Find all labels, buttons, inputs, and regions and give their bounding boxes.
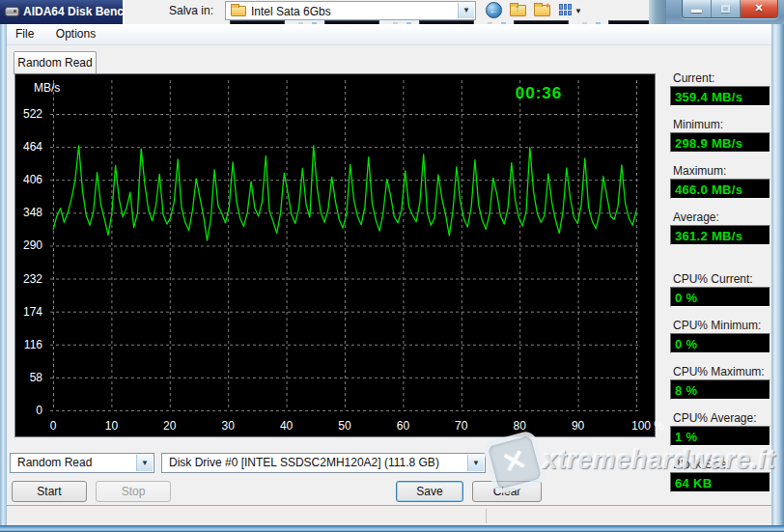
menu-item-options[interactable]: Options xyxy=(47,24,104,43)
status-bar xyxy=(7,505,771,525)
chevron-down-icon[interactable]: ▼ xyxy=(136,455,153,471)
y-tick-label: 116 xyxy=(17,338,42,351)
y-tick-label: 522 xyxy=(17,107,42,121)
close-button[interactable]: ✕ xyxy=(741,0,777,17)
maximize-icon xyxy=(721,5,730,13)
x-tick-label: 20 xyxy=(146,419,194,433)
stop-button[interactable]: Stop xyxy=(96,481,171,502)
minimize-button[interactable] xyxy=(683,0,712,17)
y-tick-label: 348 xyxy=(17,206,42,219)
minimize-icon xyxy=(691,10,702,13)
stat-label: Average: xyxy=(673,210,719,224)
location-value: Intel Sata 6Gbs xyxy=(251,3,331,20)
stat-label: CPU% Current: xyxy=(673,272,753,286)
view-menu-icon[interactable] xyxy=(559,4,572,15)
x-tick-label: 70 xyxy=(437,419,486,433)
stat-value: 0 % xyxy=(670,333,770,353)
stat-label: Maximum: xyxy=(673,164,726,178)
y-tick-label: 406 xyxy=(17,173,42,186)
maximize-button[interactable] xyxy=(712,0,741,17)
x-tick-label: 30 xyxy=(204,419,252,433)
test-type-value: Random Read xyxy=(17,456,92,469)
stat-value: 466.0 MB/s xyxy=(670,179,770,199)
window-title: AIDA64 Disk Bench xyxy=(23,5,123,18)
folder-icon xyxy=(231,6,246,16)
window-controls: ✕ xyxy=(682,0,778,18)
clear-button[interactable]: Clear xyxy=(472,481,542,502)
y-tick-label: 464 xyxy=(17,140,42,154)
x-tick-label: 0 xyxy=(29,419,77,433)
window-edge xyxy=(649,0,666,24)
y-axis-unit-label: MB/s xyxy=(34,81,60,95)
x-tick-label: 100 % xyxy=(624,419,672,433)
x-tick-label: 90 xyxy=(554,419,602,433)
window-border xyxy=(0,24,7,526)
y-tick-label: 0 xyxy=(17,404,42,417)
drive-value: Disk Drive #0 [INTEL SSDSC2MH120A2] (111… xyxy=(169,456,439,469)
y-tick-label: 58 xyxy=(17,371,42,384)
location-combobox[interactable]: Intel Sata 6Gbs ▼ xyxy=(225,1,476,20)
stat-value: 298.9 MB/s xyxy=(670,132,770,153)
y-tick-label: 174 xyxy=(17,305,42,319)
x-tick-label: 80 xyxy=(495,419,544,433)
elapsed-timer: 00:36 xyxy=(495,84,582,103)
x-tick-label: 50 xyxy=(321,419,369,433)
background-window-titlebar: AIDA64 Disk Bench xyxy=(0,0,123,24)
menu-bar: File Options xyxy=(7,24,771,45)
stat-label: Current: xyxy=(673,71,714,85)
x-tick-label: 10 xyxy=(87,419,135,433)
back-icon[interactable]: ← xyxy=(486,2,502,18)
screen: AIDA64 Disk Bench Salva in: Intel Sata 6… xyxy=(0,0,784,532)
tab-random-read[interactable]: Random Read xyxy=(14,51,97,74)
new-folder-icon[interactable] xyxy=(534,5,550,16)
drive-select[interactable]: Disk Drive #0 [INTEL SSDSC2MH120A2] (111… xyxy=(161,453,486,473)
stat-value: 1 % xyxy=(670,426,770,446)
save-in-label: Salva in: xyxy=(169,4,213,17)
stat-label: CPU% Minimum: xyxy=(673,319,761,332)
benchmark-window: File Options Random Read MB/s 00:36 0581… xyxy=(7,24,771,525)
status-divider xyxy=(486,509,487,523)
chevron-down-icon[interactable]: ▼ xyxy=(467,455,484,471)
aero-titlebar-corner: ✕ xyxy=(666,0,784,24)
stat-value: 64 KB xyxy=(670,472,770,492)
x-tick-label: 40 xyxy=(263,419,311,433)
stat-label: Block Size: xyxy=(673,458,730,471)
y-tick-label: 232 xyxy=(17,272,42,286)
test-type-select[interactable]: Random Read ▼ xyxy=(10,453,154,473)
save-button[interactable]: Save xyxy=(396,481,463,502)
stat-label: CPU% Average: xyxy=(673,411,757,425)
stat-label: Minimum: xyxy=(673,118,723,131)
up-folder-icon[interactable] xyxy=(510,5,526,16)
start-button[interactable]: Start xyxy=(12,481,87,502)
menu-item-file[interactable]: File xyxy=(7,24,42,43)
x-tick-label: 60 xyxy=(378,419,427,433)
chevron-down-icon[interactable]: ▼ xyxy=(574,7,582,15)
chart-plot-area: MB/s 00:36 05811617423229034840646452201… xyxy=(15,74,655,436)
stat-value: 8 % xyxy=(670,379,770,400)
y-tick-label: 290 xyxy=(17,238,42,252)
window-border xyxy=(0,525,784,532)
chevron-down-icon[interactable]: ▼ xyxy=(458,3,474,18)
chart-canvas xyxy=(15,74,655,436)
window-border xyxy=(771,24,784,526)
stat-value: 0 % xyxy=(670,287,770,307)
stat-value: 361.2 MB/s xyxy=(670,225,770,245)
stat-label: CPU% Maximum: xyxy=(673,365,765,378)
chart: MB/s 00:36 05811617423229034840646452201… xyxy=(14,73,656,437)
stat-value: 359.4 MB/s xyxy=(670,86,770,106)
disk-icon xyxy=(5,7,19,16)
close-icon: ✕ xyxy=(741,2,777,14)
